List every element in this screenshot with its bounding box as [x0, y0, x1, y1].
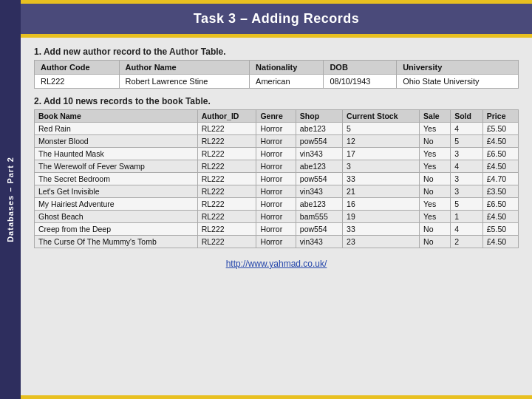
table-cell: 3	[343, 160, 420, 173]
table-cell: 4	[451, 160, 483, 173]
table-cell: Robert Lawrence Stine	[119, 75, 250, 89]
table-cell: bam555	[296, 211, 342, 223]
table-cell: Horror	[256, 223, 296, 236]
table-cell: RL222	[197, 198, 256, 211]
table-cell: No	[420, 135, 451, 148]
author-col-university: University	[397, 61, 519, 75]
table-cell: Red Rain	[35, 123, 198, 135]
table-cell: vin343	[296, 148, 342, 160]
section1: 1. Add new author record to the Author T…	[34, 47, 519, 89]
author-col-nationality: Nationality	[250, 61, 324, 75]
table-cell: The Werewolf of Fever Swamp	[35, 160, 198, 173]
book-col-shop: Shop	[296, 110, 342, 123]
section2-label: 2. Add 10 news records to the book Table…	[34, 96, 519, 106]
author-col-dob: DOB	[324, 61, 397, 75]
book-col-sold: Sold	[451, 110, 483, 123]
table-cell: RL222	[197, 173, 256, 185]
table-cell: RL222	[197, 211, 256, 223]
table-cell: Yes	[420, 211, 451, 223]
table-cell: Horror	[256, 236, 296, 248]
table-cell: American	[250, 75, 324, 89]
sidebar-label: Databases – Part 2	[6, 157, 15, 242]
table-cell: 33	[343, 173, 420, 185]
table-cell: Horror	[256, 198, 296, 211]
book-table-row: Creep from the DeepRL222Horrorpow55433No…	[35, 223, 519, 236]
book-col-sale: Sale	[420, 110, 451, 123]
table-cell: abe123	[296, 198, 342, 211]
table-cell: RL222	[197, 135, 256, 148]
table-cell: £4.50	[482, 211, 518, 223]
table-cell: My Hairiest Adventure	[35, 198, 198, 211]
table-cell: £5.50	[482, 223, 518, 236]
table-cell: £4.50	[482, 135, 518, 148]
footer-link[interactable]: http://www.yahmad.co.uk/	[34, 259, 519, 269]
table-cell: 5	[451, 135, 483, 148]
table-cell: £4.50	[482, 236, 518, 248]
table-cell: abe123	[296, 123, 342, 135]
table-cell: No	[420, 236, 451, 248]
table-cell: 3	[451, 185, 483, 198]
table-cell: Horror	[256, 160, 296, 173]
table-cell: £5.50	[482, 123, 518, 135]
table-cell: No	[420, 185, 451, 198]
table-cell: No	[420, 223, 451, 236]
book-col-price: Price	[482, 110, 518, 123]
book-table-row: Ghost BeachRL222Horrorbam55519Yes1£4.50	[35, 211, 519, 223]
table-cell: 19	[343, 211, 420, 223]
author-col-name: Author Name	[119, 61, 250, 75]
main-content: Task 3 – Adding Records 1. Add new autho…	[21, 0, 532, 399]
table-cell: 3	[451, 173, 483, 185]
table-cell: Yes	[420, 123, 451, 135]
table-cell: 4	[451, 123, 483, 135]
table-cell: The Curse Of The Mummy's Tomb	[35, 236, 198, 248]
table-cell: Ghost Beach	[35, 211, 198, 223]
table-cell: Horror	[256, 135, 296, 148]
book-col-name: Book Name	[35, 110, 198, 123]
book-col-stock: Current Stock	[343, 110, 420, 123]
table-cell: vin343	[296, 185, 342, 198]
table-cell: £6.50	[482, 198, 518, 211]
table-cell: RL222	[197, 160, 256, 173]
table-cell: 5	[451, 198, 483, 211]
table-cell: pow554	[296, 135, 342, 148]
author-table-row: RL222Robert Lawrence StineAmerican08/10/…	[35, 75, 519, 89]
table-cell: 2	[451, 236, 483, 248]
table-cell: £4.70	[482, 173, 518, 185]
book-table-row: The Haunted MaskRL222Horrorvin34317Yes3£…	[35, 148, 519, 160]
book-table-row: Let's Get InvisibleRL222Horrorvin34321No…	[35, 185, 519, 198]
table-cell: 17	[343, 148, 420, 160]
book-table-row: My Hairiest AdventureRL222Horrorabe12316…	[35, 198, 519, 211]
table-cell: Monster Blood	[35, 135, 198, 148]
section2: 2. Add 10 news records to the book Table…	[34, 96, 519, 248]
section1-label: 1. Add new author record to the Author T…	[34, 47, 519, 57]
table-cell: No	[420, 173, 451, 185]
table-cell: Yes	[420, 160, 451, 173]
table-cell: The Haunted Mask	[35, 148, 198, 160]
table-cell: abe123	[296, 160, 342, 173]
book-table-row: Monster BloodRL222Horrorpow55412No5£4.50	[35, 135, 519, 148]
table-cell: Yes	[420, 148, 451, 160]
table-cell: Horror	[256, 211, 296, 223]
table-cell: £4.50	[482, 160, 518, 173]
table-cell: Let's Get Invisible	[35, 185, 198, 198]
book-table: Book Name Author_ID Genre Shop Current S…	[34, 109, 519, 248]
table-cell: RL222	[197, 123, 256, 135]
table-cell: Horror	[256, 173, 296, 185]
table-cell: RL222	[197, 223, 256, 236]
table-cell: £6.50	[482, 148, 518, 160]
table-cell: Horror	[256, 185, 296, 198]
content-area: 1. Add new author record to the Author T…	[21, 38, 532, 395]
table-cell: RL222	[197, 236, 256, 248]
book-col-genre: Genre	[256, 110, 296, 123]
table-cell: 21	[343, 185, 420, 198]
table-cell: 33	[343, 223, 420, 236]
author-col-code: Author Code	[35, 61, 120, 75]
table-cell: 3	[451, 148, 483, 160]
table-cell: Ohio State University	[397, 75, 519, 89]
table-cell: 16	[343, 198, 420, 211]
book-table-row: The Secret BedroomRL222Horrorpow55433No3…	[35, 173, 519, 185]
table-cell: 12	[343, 135, 420, 148]
table-cell: Horror	[256, 148, 296, 160]
book-table-row: The Werewolf of Fever SwampRL222Horrorab…	[35, 160, 519, 173]
table-cell: £3.50	[482, 185, 518, 198]
